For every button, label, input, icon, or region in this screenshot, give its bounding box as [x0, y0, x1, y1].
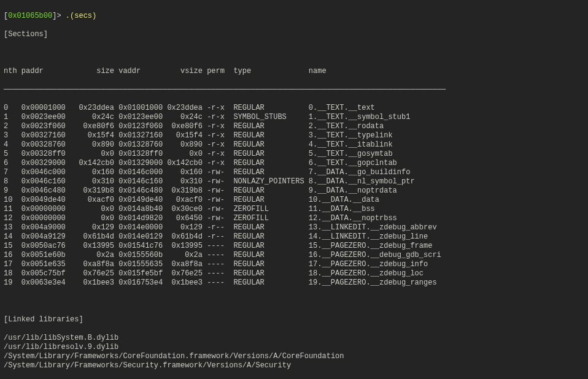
prompt-line-1[interactable]: [0x01065b00]> .(secs) [4, 12, 584, 21]
table-row: 150x0050ac760x139950x01541c760x13995----… [4, 242, 584, 251]
cell-paddr: 0x0046c480 [21, 186, 74, 196]
table-row: 160x0051e60b0x2a0x0155560b0x2a----REGULA… [4, 251, 584, 260]
cell-type: REGULAR [233, 242, 308, 251]
cell-nth: 2 [4, 122, 21, 131]
col-size: size [74, 67, 114, 76]
table-row: 50x00328ff00x00x01328ff00x0-r-xREGULAR5.… [4, 150, 584, 159]
cell-nth: 1 [4, 113, 21, 122]
cell-vsize: 0x24c [163, 113, 203, 122]
table-row: 10x0023ee000x24c0x0123ee000x24c-r-xSYMBO… [4, 113, 584, 122]
cell-vaddr: 0x01328760 [118, 140, 163, 150]
cell-vsize: 0x890 [163, 140, 203, 150]
cell-vaddr: 0x0146c000 [118, 168, 163, 177]
cell-type: NONLAZY_POINTERS [233, 177, 308, 186]
prompt-address: 0x01065b00 [8, 12, 52, 20]
cell-vsize: 0xacf0 [163, 196, 203, 205]
cell-paddr: 0x0050ac76 [21, 242, 74, 251]
cell-type: SYMBOL_STUBS [233, 113, 308, 122]
cell-size: 0x890 [74, 140, 114, 150]
cell-name: 2.__TEXT.__rodata [309, 122, 384, 131]
cell-vaddr: 0x015fe5bf [118, 269, 163, 278]
cell-perm: -r-x [207, 150, 233, 159]
cell-name: 4.__TEXT.__itablink [309, 140, 393, 150]
cell-size: 0xe80f6 [74, 122, 114, 131]
cell-size: 0x15f4 [74, 131, 114, 140]
cell-perm: ---- [207, 278, 233, 288]
cell-type: REGULAR [233, 186, 308, 196]
col-type: type [233, 67, 308, 76]
table-row: 120x000000000x00x014d98200x6450-rw-ZEROF… [4, 214, 584, 223]
linked-libraries-header: [Linked libraries] [4, 315, 584, 324]
cell-nth: 10 [4, 196, 21, 205]
cell-type: ZEROFILL [233, 205, 308, 214]
cell-vaddr: 0x014e0129 [118, 232, 163, 242]
cell-vaddr: 0x01328ff0 [118, 150, 163, 159]
cell-type: REGULAR [233, 269, 308, 278]
cell-vsize: 0x129 [163, 223, 203, 232]
col-name: name [309, 67, 327, 76]
cell-perm: ---- [207, 242, 233, 251]
cell-name: 12.__DATA.__noptrbss [309, 214, 397, 223]
cell-type: REGULAR [233, 223, 308, 232]
cell-type: REGULAR [233, 104, 308, 113]
cell-name: 16.__PAGEZERO.__debug_gdb_scri [309, 251, 441, 260]
cell-size: 0x0 [74, 150, 114, 159]
rule-line: ――――――――――――――――――――――――――――――――――――――――… [4, 85, 584, 94]
col-paddr: paddr [21, 67, 74, 76]
cell-perm: ---- [207, 260, 233, 269]
cell-vsize: 0x310 [163, 177, 203, 186]
cell-paddr: 0x0063e3e4 [21, 278, 74, 288]
cell-vsize: 0xe80f6 [163, 122, 203, 131]
cell-name: 9.__DATA.__noptrdata [309, 186, 397, 196]
cell-vaddr: 0x014a8b40 [118, 205, 163, 214]
cell-vsize: 0x23ddea [163, 104, 203, 113]
cell-paddr: 0x0051e635 [21, 260, 74, 269]
cell-size: 0x310 [74, 177, 114, 186]
cell-perm: -rw- [207, 196, 233, 205]
cell-vsize: 0x61b4d [163, 232, 203, 242]
cell-size: 0x160 [74, 168, 114, 177]
cell-name: 8.__DATA.__nl_symbol_ptr [309, 177, 415, 186]
list-item: /System/Library/Frameworks/CoreFoundatio… [4, 352, 584, 361]
cell-nth: 11 [4, 205, 21, 214]
cell-vaddr: 0x0146c480 [118, 186, 163, 196]
cell-vsize: 0x160 [163, 168, 203, 177]
cell-paddr: 0x00328ff0 [21, 150, 74, 159]
table-row: 100x0049de400xacf00x0149de400xacf0-rw-RE… [4, 196, 584, 205]
cell-type: REGULAR [233, 122, 308, 131]
cell-vaddr: 0x016753e4 [118, 278, 163, 288]
cell-vsize: 0x15f4 [163, 131, 203, 140]
cell-perm: -r-- [207, 223, 233, 232]
cell-perm: ---- [207, 269, 233, 278]
table-row: 190x0063e3e40x1bee30x016753e40x1bee3----… [4, 278, 584, 288]
col-nth: nth [4, 67, 21, 76]
cell-vsize: 0x1bee3 [163, 278, 203, 288]
cell-nth: 4 [4, 140, 21, 150]
cell-name: 19.__PAGEZERO.__zdebug_ranges [309, 278, 437, 288]
cell-vaddr: 0x01001000 [118, 104, 163, 113]
cell-vaddr: 0x0149de40 [118, 196, 163, 205]
cell-nth: 19 [4, 278, 21, 288]
cell-paddr: 0x0046c160 [21, 177, 74, 186]
cell-vaddr: 0x0123f060 [118, 122, 163, 131]
cell-type: REGULAR [233, 131, 308, 140]
sections-body: 00x000010000x23ddea0x010010000x23ddea-r-… [4, 104, 584, 288]
cell-name: 3.__TEXT.__typelink [309, 131, 393, 140]
cell-vaddr: 0x01541c76 [118, 242, 163, 251]
cell-name: 7.__DATA.__go_buildinfo [309, 168, 411, 177]
cell-vaddr: 0x014d9820 [118, 214, 163, 223]
cell-size: 0xa8f8a [74, 260, 114, 269]
cell-size: 0x0 [74, 205, 114, 214]
cell-perm: -r-x [207, 131, 233, 140]
table-row: 00x000010000x23ddea0x010010000x23ddea-r-… [4, 104, 584, 113]
cell-paddr: 0x0023f060 [21, 122, 74, 131]
cell-vaddr: 0x0146c160 [118, 177, 163, 186]
cell-size: 0x2a [74, 251, 114, 260]
cell-perm: -rw- [207, 186, 233, 196]
cell-nth: 16 [4, 251, 21, 260]
cell-perm: -r-- [207, 232, 233, 242]
cell-name: 5.__TEXT.__gosymtab [309, 150, 393, 159]
cell-type: REGULAR [233, 168, 308, 177]
cell-nth: 14 [4, 232, 21, 242]
cell-type: REGULAR [233, 232, 308, 242]
